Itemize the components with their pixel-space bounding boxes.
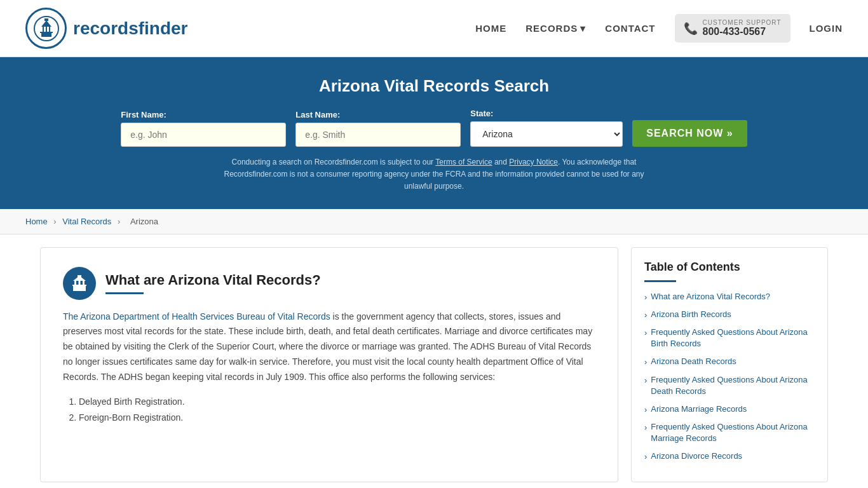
svg-rect-11 xyxy=(83,281,85,285)
list-item: Delayed Birth Registration. xyxy=(79,394,595,410)
toc-chevron-icon: › xyxy=(644,292,647,302)
svg-rect-3 xyxy=(46,27,47,32)
customer-support-text: CUSTOMER SUPPORT 800-433-0567 xyxy=(703,19,782,37)
toc-link-0[interactable]: What are Arizona Vital Records? xyxy=(651,291,770,302)
svg-rect-14 xyxy=(72,285,86,286)
article-header: What are Arizona Vital Records? xyxy=(63,267,595,300)
services-list: Delayed Birth Registration. Foreign-Born… xyxy=(79,394,595,426)
customer-support-box: 📞 CUSTOMER SUPPORT 800-433-0567 xyxy=(675,14,790,43)
breadcrumb-home[interactable]: Home xyxy=(25,217,48,226)
first-name-label: First Name: xyxy=(121,110,166,119)
state-select[interactable]: Arizona xyxy=(470,121,623,147)
last-name-label: Last Name: xyxy=(295,110,340,119)
site-header: recordsfinder HOME RECORDS ▾ CONTACT 📞 C… xyxy=(0,0,868,57)
first-name-input[interactable] xyxy=(121,123,286,147)
article: What are Arizona Vital Records? The Ariz… xyxy=(40,247,618,482)
toc-item-6[interactable]: › Frequently Asked Questions About Arizo… xyxy=(644,421,815,444)
toc-chevron-icon: › xyxy=(644,310,647,320)
svg-rect-2 xyxy=(43,27,44,32)
main-content: What are Arizona Vital Records? The Ariz… xyxy=(27,247,841,482)
toc-link-7[interactable]: Arizona Divorce Records xyxy=(651,451,742,462)
phone-icon: 📞 xyxy=(684,22,698,36)
toc-link-2[interactable]: Frequently Asked Questions About Arizona… xyxy=(651,327,815,349)
state-group: State: Arizona xyxy=(470,109,623,147)
disclaimer-text: Conducting a search on Recordsfinder.com… xyxy=(212,156,656,193)
toc-link-4[interactable]: Frequently Asked Questions About Arizona… xyxy=(651,374,815,397)
svg-rect-10 xyxy=(79,281,81,285)
article-heading: What are Arizona Vital Records? xyxy=(105,272,321,288)
toc-title: Table of Contents xyxy=(644,261,815,274)
toc-link-5[interactable]: Arizona Marriage Records xyxy=(651,403,747,415)
toc-chevron-icon: › xyxy=(644,376,647,385)
toc-chevron-icon: › xyxy=(644,423,647,432)
nav-login[interactable]: LOGIN xyxy=(810,23,843,34)
breadcrumb-separator-2: › xyxy=(118,217,123,226)
article-underline xyxy=(105,292,144,294)
toc-chevron-icon: › xyxy=(644,452,647,461)
toc-chevron-icon: › xyxy=(644,328,647,337)
search-button[interactable]: SEARCH NOW » xyxy=(632,120,747,147)
toc-item-0[interactable]: › What are Arizona Vital Records? xyxy=(644,291,815,302)
search-title: Arizona Vital Records Search xyxy=(25,76,843,96)
toc-link-3[interactable]: Arizona Death Records xyxy=(651,356,736,367)
article-title-group: What are Arizona Vital Records? xyxy=(105,272,321,294)
sidebar: Table of Contents › What are Arizona Vit… xyxy=(631,247,828,482)
toc-link-1[interactable]: Arizona Birth Records xyxy=(651,309,731,320)
breadcrumb-separator-1: › xyxy=(53,217,58,226)
state-label: State: xyxy=(470,109,493,118)
chevron-down-icon: ▾ xyxy=(580,23,586,34)
tos-link[interactable]: Terms of Service xyxy=(435,158,492,166)
svg-rect-4 xyxy=(49,27,50,32)
toc-item-5[interactable]: › Arizona Marriage Records xyxy=(644,403,815,415)
toc-underline xyxy=(644,280,676,282)
toc-item-2[interactable]: › Frequently Asked Questions About Arizo… xyxy=(644,327,815,349)
search-form: First Name: Last Name: State: Arizona SE… xyxy=(25,109,843,147)
logo-area: recordsfinder xyxy=(25,8,188,49)
nav-home[interactable]: HOME xyxy=(475,23,506,34)
toc-item-3[interactable]: › Arizona Death Records xyxy=(644,356,815,367)
logo-text: recordsfinder xyxy=(73,18,188,39)
adhs-link[interactable]: The Arizona Department of Health Service… xyxy=(63,311,330,322)
logo-icon xyxy=(25,8,67,49)
breadcrumb: Home › Vital Records › Arizona xyxy=(0,209,868,234)
article-icon xyxy=(63,267,96,300)
toc-item-1[interactable]: › Arizona Birth Records xyxy=(644,309,815,320)
toc-chevron-icon: › xyxy=(644,357,647,367)
toc-chevron-icon: › xyxy=(644,405,647,414)
breadcrumb-vital-records[interactable]: Vital Records xyxy=(62,217,111,226)
svg-rect-7 xyxy=(40,32,53,33)
toc-item-4[interactable]: › Frequently Asked Questions About Arizo… xyxy=(644,374,815,397)
svg-rect-9 xyxy=(74,281,76,285)
list-item: Foreign-Born Registration. xyxy=(79,410,595,426)
first-name-group: First Name: xyxy=(121,110,286,147)
svg-rect-13 xyxy=(78,275,81,277)
toc-link-6[interactable]: Frequently Asked Questions About Arizona… xyxy=(651,421,815,444)
search-banner: Arizona Vital Records Search First Name:… xyxy=(0,57,868,209)
toc-item-7[interactable]: › Arizona Divorce Records xyxy=(644,451,815,462)
nav-contact[interactable]: CONTACT xyxy=(605,23,655,34)
toc-box: Table of Contents › What are Arizona Vit… xyxy=(631,247,828,482)
last-name-group: Last Name: xyxy=(295,110,461,147)
main-nav: HOME RECORDS ▾ CONTACT 📞 CUSTOMER SUPPOR… xyxy=(475,14,843,43)
breadcrumb-current: Arizona xyxy=(130,217,158,226)
nav-records[interactable]: RECORDS ▾ xyxy=(526,23,586,34)
last-name-input[interactable] xyxy=(295,123,461,147)
privacy-link[interactable]: Privacy Notice xyxy=(509,158,558,166)
article-body: The Arizona Department of Health Service… xyxy=(63,309,595,385)
svg-rect-6 xyxy=(44,18,48,21)
